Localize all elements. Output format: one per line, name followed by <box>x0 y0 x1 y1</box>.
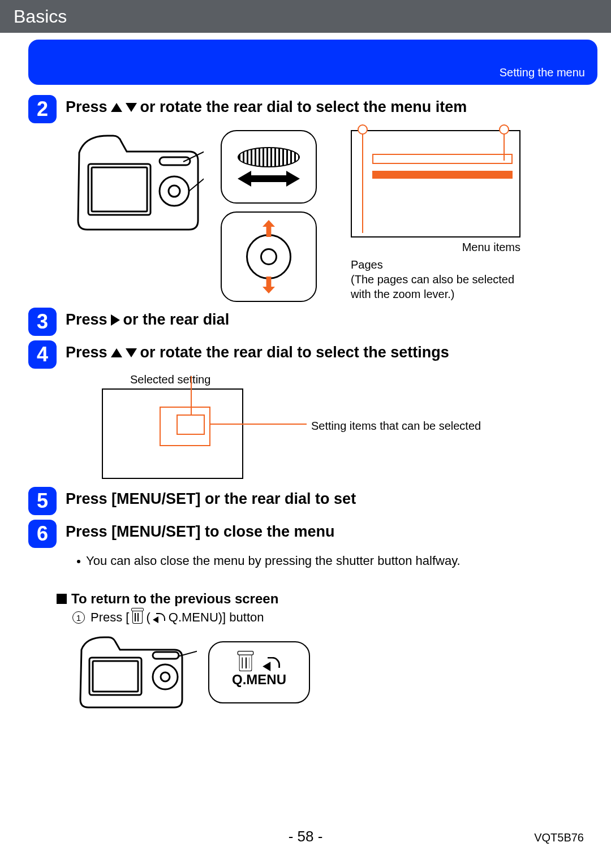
dpad-icon <box>246 234 291 279</box>
page-number: - 58 - <box>0 828 611 845</box>
step-number: 3 <box>28 308 57 336</box>
step-text-pre: Press <box>66 344 107 361</box>
step-text-pre: Press <box>66 311 107 329</box>
return-instruction: 1 Press [ ( Q.MENU)] button <box>72 610 584 625</box>
svg-rect-6 <box>93 661 138 692</box>
return-illustration: Q.MENU <box>72 633 584 712</box>
callout-dot-icon <box>358 124 368 135</box>
step-text-post: or the rear dial <box>123 311 230 329</box>
triangle-down-icon <box>126 348 137 357</box>
document-id: VQT5B76 <box>534 831 584 844</box>
step-text: Press or rotate the rear dial to select … <box>66 340 449 361</box>
dial-wheel-icon <box>238 147 300 167</box>
callout-dot-icon <box>499 124 509 135</box>
step-text-post: or rotate the rear dial to select the me… <box>140 98 467 116</box>
step-text-post: or rotate the rear dial to select the se… <box>140 344 449 361</box>
pages-label: Pages (The pages can also be selected wi… <box>351 257 520 301</box>
step-text-pre: Press <box>66 98 107 116</box>
dpad-up-arrow-icon <box>263 220 275 237</box>
svg-rect-1 <box>92 167 147 211</box>
trash-icon <box>239 655 252 672</box>
svg-point-2 <box>160 176 189 206</box>
svg-rect-5 <box>89 658 141 695</box>
step-text: Press or the rear dial <box>66 308 229 329</box>
step-text: Press or rotate the rear dial to select … <box>66 95 467 116</box>
step-3: 3 Press or the rear dial <box>28 308 584 336</box>
return-arrow-icon <box>154 613 165 622</box>
menu-diagram-labels: Menu items Pages (The pages can also be … <box>351 241 520 301</box>
left-right-arrow-icon <box>238 171 300 187</box>
header-bar: Basics <box>0 0 611 33</box>
step-text: Press [MENU/SET] to close the menu <box>66 520 335 541</box>
step2-illustration: Menu items Pages (The pages can also be … <box>68 130 584 302</box>
triangle-right-icon <box>111 314 120 326</box>
bullet-icon <box>77 560 80 563</box>
page-title: Basics <box>14 6 67 27</box>
return-arrow-icon <box>264 657 280 670</box>
setting-items-label: Setting items that can be selected <box>311 420 481 433</box>
step6-note: You can also close the menu by pressing … <box>77 554 584 568</box>
svg-point-3 <box>169 185 180 197</box>
square-bullet-icon <box>57 594 67 604</box>
dpad-down-arrow-icon <box>263 277 275 293</box>
step-5: 5 Press [MENU/SET] or the rear dial to s… <box>28 487 584 515</box>
step-number: 6 <box>28 520 57 548</box>
rear-dial-callout <box>221 130 317 204</box>
circled-one-icon: 1 <box>72 611 85 624</box>
settings-screen-box <box>102 388 243 479</box>
menu-items-label: Menu items <box>351 241 520 254</box>
trash-icon <box>132 611 143 624</box>
menu-diagram <box>351 130 520 237</box>
menu-screen-block: Menu items Pages (The pages can also be … <box>334 130 520 302</box>
step-4: 4 Press or rotate the rear dial to selec… <box>28 340 584 369</box>
triangle-down-icon <box>126 103 137 112</box>
selected-setting-label: Selected setting <box>130 373 584 386</box>
triangle-up-icon <box>111 348 122 357</box>
settings-diagram: Selected setting Setting items that can … <box>102 373 584 479</box>
qmenu-callout: Q.MENU <box>208 641 310 703</box>
svg-point-8 <box>161 672 170 681</box>
step-text: Press [MENU/SET] or the rear dial to set <box>66 487 356 508</box>
section-subtitle: Setting the menu <box>500 66 585 79</box>
dpad-callout <box>221 211 317 302</box>
step-number: 2 <box>28 95 57 123</box>
step-2: 2 Press or rotate the rear dial to selec… <box>28 95 584 123</box>
dial-callouts <box>221 130 317 302</box>
step-number: 4 <box>28 340 57 369</box>
step-6: 6 Press [MENU/SET] to close the menu <box>28 520 584 548</box>
return-heading: To return to the previous screen <box>57 591 584 607</box>
content-area: 2 Press or rotate the rear dial to selec… <box>0 85 611 712</box>
step-number: 5 <box>28 487 57 515</box>
svg-rect-9 <box>153 652 179 659</box>
camera-illustration-small <box>72 633 197 712</box>
qmenu-label: Q.MENU <box>232 672 286 688</box>
svg-rect-0 <box>88 164 150 215</box>
svg-point-7 <box>153 664 178 689</box>
triangle-up-icon <box>111 103 122 112</box>
camera-illustration <box>68 130 204 302</box>
section-banner: Setting the menu <box>28 40 597 85</box>
return-section: To return to the previous screen 1 Press… <box>57 591 584 712</box>
